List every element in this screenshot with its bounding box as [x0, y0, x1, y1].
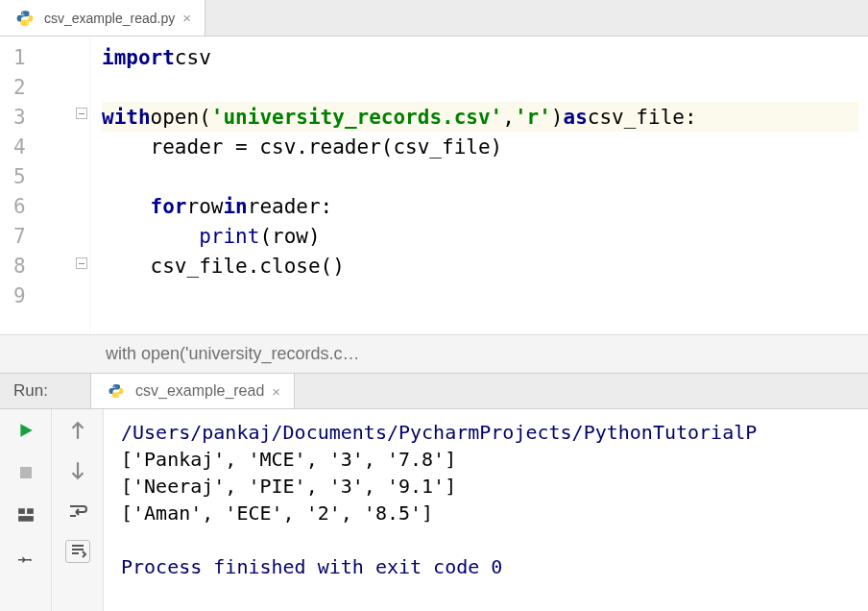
- builtin-call: print: [199, 225, 259, 248]
- fold-end-icon[interactable]: [76, 257, 87, 269]
- line-number: 2: [0, 72, 89, 102]
- code-editor: 1 2 3 4 5 6 7 8 9 import csv with open('…: [0, 37, 868, 334]
- python-file-icon: [13, 7, 36, 30]
- svg-rect-3: [18, 516, 34, 522]
- console-row: ['Pankaj', 'MCE', '3', '7.8']: [121, 448, 456, 471]
- play-icon[interactable]: [14, 419, 37, 442]
- arrow-down-icon[interactable]: [66, 459, 89, 482]
- code-line: [102, 281, 858, 310]
- run-config-name: csv_example_read: [135, 382, 264, 400]
- layout-icon[interactable]: [14, 503, 37, 526]
- code-line: [102, 161, 858, 191]
- line-number-gutter: 1 2 3 4 5 6 7 8 9: [0, 37, 90, 334]
- soft-wrap-icon[interactable]: [66, 500, 89, 523]
- run-panel-label: Run:: [0, 374, 90, 408]
- keyword: import: [102, 46, 175, 69]
- line-number: 5: [0, 161, 89, 191]
- fold-start-icon[interactable]: [76, 108, 87, 119]
- code-line-highlighted: with open('university_records.csv', 'r')…: [102, 102, 858, 132]
- line-number: 9: [0, 281, 89, 310]
- svg-rect-1: [18, 508, 25, 514]
- string-literal: 'university_records.csv': [211, 106, 502, 129]
- line-number: 1: [0, 42, 89, 72]
- svg-rect-0: [20, 467, 32, 478]
- console-row: ['Neeraj', 'PIE', '3', '9.1']: [121, 475, 456, 498]
- pin-icon[interactable]: [14, 546, 37, 569]
- variable: csv_file:: [588, 106, 697, 129]
- code-line: reader = csv.reader(csv_file): [102, 132, 858, 161]
- line-number: 4: [0, 132, 89, 161]
- close-icon[interactable]: ×: [182, 10, 191, 26]
- run-config-tab[interactable]: csv_example_read ×: [90, 374, 295, 408]
- code-line: csv_file.close(): [102, 251, 858, 281]
- breadcrumb-text[interactable]: with open('university_records.c…: [106, 344, 360, 364]
- close-icon[interactable]: ×: [272, 383, 280, 400]
- run-actions-column: [0, 409, 52, 611]
- python-file-icon: [105, 379, 128, 403]
- code-area[interactable]: import csv with open('university_records…: [90, 37, 868, 334]
- line-number: 7: [0, 221, 89, 251]
- run-console-panel: /Users/pankaj/Documents/PycharmProjects/…: [0, 409, 868, 611]
- keyword: as: [564, 106, 588, 129]
- interpreter-path: /Users/pankaj/Documents/PycharmProjects/…: [121, 421, 757, 444]
- exit-message: Process finished with exit code 0: [121, 555, 502, 578]
- console-output[interactable]: /Users/pankaj/Documents/PycharmProjects/…: [104, 409, 868, 611]
- string-literal: 'r': [515, 106, 551, 129]
- module-name: csv: [175, 46, 211, 69]
- run-toolbar: Run: csv_example_read ×: [0, 373, 868, 409]
- code-line: import csv: [102, 42, 858, 72]
- svg-rect-2: [27, 508, 34, 514]
- editor-tab[interactable]: csv_example_read.py ×: [0, 0, 205, 36]
- keyword: for: [151, 195, 187, 218]
- function-call: open: [151, 106, 200, 129]
- line-number: 6: [0, 191, 89, 221]
- editor-tab-label: csv_example_read.py: [44, 11, 175, 26]
- code-line: [102, 72, 858, 102]
- scroll-to-end-icon[interactable]: [65, 540, 90, 563]
- console-nav-column: [52, 409, 104, 611]
- code-line: print(row): [102, 221, 858, 251]
- code-line: for row in reader:: [102, 191, 858, 221]
- arrow-up-icon[interactable]: [66, 419, 89, 442]
- keyword: in: [223, 195, 247, 218]
- breadcrumb-bar: with open('university_records.c…: [0, 334, 868, 373]
- stop-icon[interactable]: [14, 461, 37, 484]
- console-row: ['Aman', 'ECE', '2', '8.5']: [121, 501, 433, 525]
- editor-tabbar: csv_example_read.py ×: [0, 0, 868, 37]
- keyword: with: [102, 106, 151, 129]
